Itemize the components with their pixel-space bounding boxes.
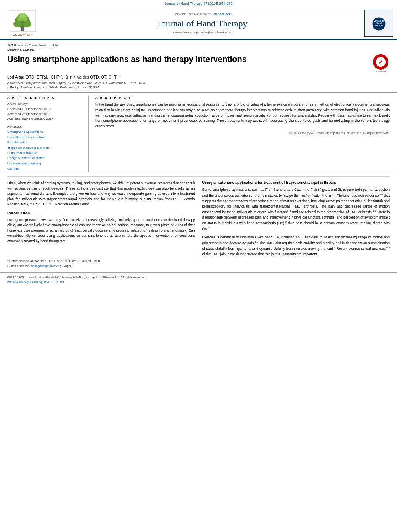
authors-line: Lori Algar OTD, OTR/L, CHTa,*, Kristin V…	[7, 75, 390, 79]
svg-point-7	[20, 13, 25, 18]
elsevier-logo: ELSEVIER	[4, 10, 41, 37]
ref-9: 9	[285, 221, 286, 223]
affil-a: a Northeast Orthopaedic and Hand Surgery…	[7, 81, 390, 86]
email-label: E-mail address:	[7, 264, 29, 268]
body-left-column: Often, when we think of gaming systems, …	[7, 181, 195, 268]
ref-3: 3	[334, 246, 335, 249]
affiliations: a Northeast Orthopaedic and Hand Surgery…	[7, 81, 390, 90]
keyword-1[interactable]: Hand therapy intervention	[7, 135, 83, 140]
ref-3-5: 3–5	[386, 246, 390, 249]
body-section: Often, when we think of gaming systems, …	[0, 181, 397, 268]
page-wrapper: Journal of Hand Therapy 27 (2014) 254–25…	[0, 0, 397, 532]
svg-text:Therapy: Therapy	[375, 24, 383, 27]
abstract-column: A B S T R A C T In the hand therapy clin…	[95, 96, 390, 171]
email-note: E-mail address: Lori.algar@gmail.com (L.…	[7, 264, 195, 268]
journal-homepage: journal homepage: www.jhandtherapy.org	[173, 31, 232, 34]
author-lori: Lori Algar OTD, OTR/L, CHT	[7, 75, 59, 79]
journal-citation-text: Journal of Hand Therapy 27 (2014) 254–25…	[165, 2, 233, 6]
svg-point-3	[23, 21, 31, 27]
intro-paragraph: Often, when we think of gaming systems, …	[7, 181, 195, 208]
keyword-5[interactable]: Range of motion exercise	[7, 156, 83, 161]
email-suffix: (L. Algar).	[59, 264, 73, 268]
copyright-line: © 2014 Hanley & Belfus, an imprint of El…	[95, 131, 390, 135]
keywords-section: Keywords: Smartphone applications Hand t…	[7, 125, 83, 171]
keywords-label: Keywords:	[7, 125, 83, 128]
right-body-text-1: Some smartphone applications, such as Fr…	[202, 187, 390, 232]
crossmark-label: CrossMark	[375, 70, 386, 73]
crossmark-icon: ✓	[373, 54, 388, 70]
intro-heading: Introduction	[7, 211, 195, 215]
bottom-footnote-bar: 0894-1130/$ — see front matter © 2014 Ha…	[0, 272, 397, 286]
elsevier-wordmark: ELSEVIER	[13, 33, 32, 37]
intro-text: During our personal lives, we may find o…	[7, 217, 195, 244]
available-date: Available online 4 January 2014	[7, 117, 83, 121]
keyword-0[interactable]: Smartphone applications	[7, 130, 83, 135]
corresponding-author-note: * Corresponding author. Tel.: +1 203 597…	[7, 259, 195, 263]
section-separator	[7, 176, 390, 177]
keyword-3[interactable]: Trapeziometacarpal arthrosis	[7, 146, 83, 151]
sciencedirect-line: Contents lists available at ScienceDirec…	[173, 12, 231, 16]
article-title: Using smartphone applications as hand th…	[7, 54, 367, 64]
article-info-heading: A R T I C L E I N F O	[7, 96, 83, 99]
accepted-date: Accepted 25 December 2013	[7, 112, 83, 117]
article-header: JHT Read for Credit Article #320. Practi…	[0, 40, 397, 93]
jht-logo-icon: Journal of Hand Therapy	[372, 17, 386, 31]
jht-read-credit: JHT Read for Credit Article #320.	[7, 44, 390, 47]
elsevier-tree-icon	[8, 10, 37, 32]
ref-10: 10	[208, 226, 211, 229]
ref-6-8: 6–8	[287, 210, 291, 212]
header-center: Contents lists available at ScienceDirec…	[45, 10, 360, 37]
ref-4-5: 4,5	[373, 210, 376, 212]
issn-line: 0894-1130/$ — see front matter © 2014 Ha…	[7, 275, 390, 280]
keyword-6[interactable]: Neuromuscular training	[7, 161, 83, 166]
doi-link[interactable]: http://dx.doi.org/10.1016/j.jht.2013.12.…	[7, 280, 64, 284]
tmc-section-heading: Using smartphone applications for treatm…	[202, 181, 390, 185]
body-right-column: Using smartphone applications for treatm…	[202, 181, 390, 268]
these-word: these	[92, 223, 101, 227]
ref-1-2: 1,2	[255, 241, 258, 243]
email-link[interactable]: Lori.algar@gmail.com	[29, 264, 59, 268]
abstract-heading: A B S T R A C T	[95, 96, 390, 99]
intro-paragraph-text: Often, when we think of gaming systems, …	[7, 181, 195, 207]
author-a-sup: a,*	[59, 75, 62, 77]
journal-citation-bar: Journal of Hand Therapy 27 (2014) 254–25…	[0, 0, 397, 7]
right-body-text-2: Exercise is beneficial to individuals wi…	[202, 235, 390, 257]
keyword-4[interactable]: Distal radius fracture	[7, 151, 83, 156]
jht-logo-box: Journal of Hand Therapy	[364, 10, 393, 37]
article-info-abstract-section: A R T I C L E I N F O Article history: R…	[0, 93, 397, 172]
footnote-separator: * Corresponding author. Tel.: +1 203 597…	[7, 256, 195, 268]
received-date: Received 10 December 2013	[7, 107, 83, 112]
article-title-row: Using smartphone applications as hand th…	[7, 54, 390, 73]
ref-1-5: 1–5	[379, 193, 383, 196]
article-history-label: Article history:	[7, 102, 83, 106]
keyword-7[interactable]: Gaming	[7, 166, 83, 172]
affil-b: b Rocky Mountain University of Health Pr…	[7, 86, 390, 90]
abstract-text: In the hand therapy clinic, smartphones …	[95, 102, 390, 129]
author-b-sup: b	[117, 75, 118, 77]
crossmark-widget[interactable]: ✓ CrossMark	[371, 54, 390, 73]
journal-header: ELSEVIER Contents lists available at Sci…	[0, 7, 397, 40]
article-info-column: A R T I C L E I N F O Article history: R…	[7, 96, 89, 171]
practice-forum-label: Practice Forum	[7, 48, 390, 52]
author-kristin: , Kristin Valdes OTD, OT, CHT	[62, 75, 117, 79]
sciencedirect-link[interactable]: ScienceDirect	[211, 12, 231, 16]
svg-point-2	[13, 21, 22, 27]
journal-title: Journal of Hand Therapy	[158, 18, 247, 29]
keyword-2[interactable]: Proprioception	[7, 140, 83, 146]
